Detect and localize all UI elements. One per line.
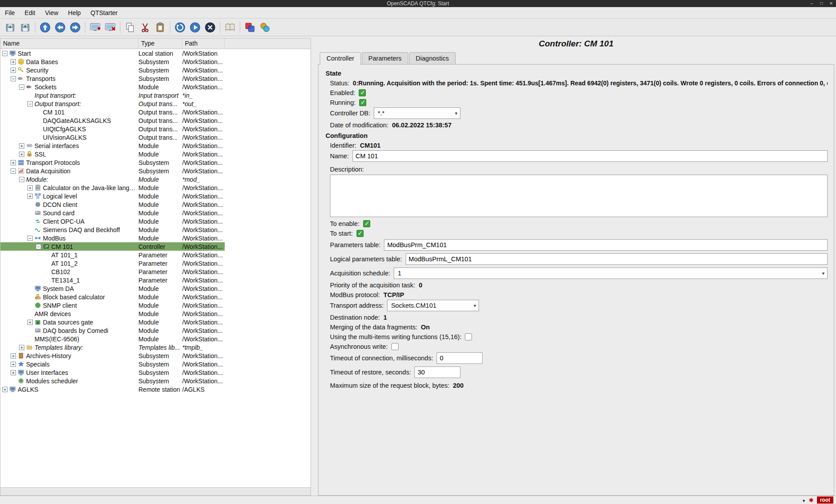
refresh-page-button[interactable] (173, 20, 188, 35)
delete-item-button[interactable] (103, 20, 118, 35)
collapse-icon[interactable]: − (27, 236, 33, 241)
up-page-button[interactable] (38, 20, 53, 35)
tree-row-modules-scheduler[interactable]: Modules schedulerSubsystem/WorkStation..… (0, 377, 225, 385)
menu-qtstarter[interactable]: QTStarter (86, 7, 123, 18)
logical-parameters-table-input[interactable] (406, 253, 828, 265)
expand-icon[interactable]: + (11, 160, 16, 165)
tree-row-data-sources-gate[interactable]: +Data sources gateModule/WorkStation... (0, 318, 225, 326)
description-textarea[interactable] (330, 175, 828, 217)
tree-row-input-transport[interactable]: Input transport:Input transport*in_ (0, 91, 225, 99)
tree-row-specials[interactable]: +SpecialsSubsystem/WorkStation... (0, 360, 225, 368)
tree-row-user-interfaces[interactable]: +User InterfacesSubsystem/WorkStation... (0, 368, 225, 377)
tree-row-security[interactable]: +SecuritySubsystem/WorkStation... (0, 66, 225, 74)
cut-item-button[interactable] (138, 20, 153, 35)
tree-row-uivisionaglks[interactable]: UIVisionAGLKSOutput trans.../WorkStation… (0, 133, 225, 141)
acquisition-schedule-combobox[interactable]: 1 (394, 267, 828, 279)
name-input[interactable] (353, 150, 828, 162)
expand-icon[interactable]: + (11, 353, 16, 359)
tree-column-path[interactable]: Path (182, 38, 225, 49)
start-updating-button[interactable] (188, 20, 203, 35)
collapse-icon[interactable]: − (11, 168, 16, 174)
tree-row-archives-history[interactable]: +Archives-HistorySubsystem/WorkStation..… (0, 351, 225, 360)
tree-row-amr-devices[interactable]: AMR devicesModule/WorkStation... (0, 309, 225, 318)
collapse-icon[interactable]: − (2, 51, 8, 56)
statusbar-dropdown-icon[interactable] (802, 496, 806, 504)
parameters-table-input[interactable] (384, 239, 828, 251)
tree-row-module[interactable]: −Module:Module*mod_ (0, 175, 225, 183)
expand-icon[interactable]: + (27, 185, 33, 191)
tree-row-data-acquisition[interactable]: −Data AcquisitionSubsystem/WorkStation..… (0, 167, 225, 175)
next-page-button[interactable] (68, 20, 83, 35)
add-item-button[interactable] (88, 20, 103, 35)
expand-icon[interactable]: + (19, 345, 24, 350)
tree-row-block-based-calculator[interactable]: Block based calculatorModule/WorkStation… (0, 293, 225, 301)
expand-icon[interactable]: + (19, 143, 24, 149)
controller-db-select[interactable]: *.* (374, 107, 460, 119)
collapse-icon[interactable]: − (27, 101, 33, 107)
menu-view[interactable]: View (40, 7, 63, 18)
maximize-button[interactable]: □ (817, 0, 826, 7)
expand-icon[interactable]: + (11, 370, 16, 375)
tree-row-uiqtcfgaglks[interactable]: UIQtCfgAGLKSOutput trans.../WorkStation.… (0, 125, 225, 133)
tree-row-start[interactable]: −StartLocal station/WorkStation (0, 49, 225, 57)
tree-row-serial-interfaces[interactable]: +Serial interfacesModule/WorkStation... (0, 141, 225, 150)
tree-row-system-da[interactable]: System DAModule/WorkStation... (0, 284, 225, 293)
tree-row-templates-library[interactable]: +Templates library:Templates lib...*tmpl… (0, 343, 225, 351)
tree-row-siemens-daq-and-beckhoff[interactable]: Siemens DAQ and BeckhoffModule/WorkStati… (0, 225, 225, 234)
tree-row-calculator-on-the-java-like-language[interactable]: +Calculator on the Java-like languageMod… (0, 183, 225, 192)
expand-icon[interactable]: + (19, 152, 24, 157)
to-start-checkbox[interactable] (357, 230, 364, 237)
expand-icon[interactable]: + (2, 387, 8, 392)
tree-row-te1314-1[interactable]: TE1314_1Parameter/WorkStation... (0, 276, 225, 284)
menu-help[interactable]: Help (63, 7, 86, 18)
expand-icon[interactable]: + (11, 68, 16, 73)
tree-row-aglks[interactable]: +AGLKSRemote station/AGLKS (0, 385, 225, 393)
tree-row-at-101-1[interactable]: AT 101_1Parameter/WorkStation... (0, 251, 225, 259)
tree-row-ssl[interactable]: +SSLModule/WorkStation... (0, 150, 225, 158)
tree-row-snmp-client[interactable]: SNMP clientModule/WorkStation... (0, 301, 225, 309)
multi-write-checkbox[interactable] (465, 333, 472, 340)
collapse-icon[interactable]: − (19, 84, 24, 90)
load-item-from-db-button[interactable] (3, 20, 18, 35)
to-enable-checkbox[interactable] (363, 220, 370, 227)
collapse-icon[interactable]: − (19, 177, 24, 182)
tree-column-type[interactable]: Type (138, 38, 182, 49)
tree-row-mms-iec-9506[interactable]: MMS(IEC-9506)Module/WorkStation... (0, 335, 225, 343)
tree-row-at-101-2[interactable]: AT 101_2Parameter/WorkStation... (0, 259, 225, 267)
manual-button[interactable] (222, 20, 238, 35)
tree-row-sockets[interactable]: −SocketsModule/WorkStation... (0, 83, 225, 91)
save-item-to-db-button[interactable] (18, 20, 33, 35)
timeout-connection-input[interactable] (437, 352, 483, 364)
tree-row-cm-101[interactable]: −CM 101Controller/WorkStation... (0, 242, 225, 251)
tree-row-transports[interactable]: −TransportsSubsystem/WorkStation... (0, 74, 225, 83)
tree-row-cb102[interactable]: CB102Parameter/WorkStation... (0, 267, 225, 276)
timeout-restore-input[interactable] (414, 367, 460, 378)
running-checkbox[interactable] (359, 99, 366, 106)
minimize-button[interactable]: – (807, 0, 817, 7)
paste-item-button[interactable] (153, 20, 168, 35)
panel-splitter[interactable] (311, 38, 318, 496)
title-bar[interactable]: OpenSCADA QTCfg: Start – □ ✕ (0, 0, 836, 7)
tree-row-sound-card[interactable]: Sound cardModule/WorkStation... (0, 209, 225, 217)
qtstarter-window-1-button[interactable] (242, 20, 257, 35)
qtstarter-window-2-button[interactable] (257, 20, 272, 35)
expand-icon[interactable]: + (11, 59, 16, 65)
enabled-checkbox[interactable] (359, 89, 366, 96)
expand-icon[interactable]: + (11, 362, 16, 367)
tree-horizontal-scrollbar[interactable] (0, 487, 311, 495)
transport-address-select[interactable]: Sockets.CM101 (387, 300, 479, 311)
tree-row-cm-101[interactable]: CM 101Output trans.../WorkStation... (0, 108, 225, 116)
tree-row-modbus[interactable]: −ModBusModule/WorkStation... (0, 234, 225, 242)
stop-updating-button[interactable] (203, 20, 218, 35)
expand-icon[interactable]: + (27, 194, 33, 199)
async-write-checkbox[interactable] (391, 343, 399, 350)
menu-file[interactable]: File (0, 7, 20, 18)
tree-row-output-transport[interactable]: −Output transport:Output trans...*out_ (0, 99, 225, 108)
tab-controller[interactable]: Controller (320, 52, 361, 65)
copy-item-button[interactable] (123, 20, 138, 35)
tree-row-daqgateaglksaglks[interactable]: DAQGateAGLKSAGLKSOutput trans.../WorkSta… (0, 116, 225, 125)
close-button[interactable]: ✕ (826, 0, 836, 7)
menu-edit[interactable]: Edit (20, 7, 40, 18)
tree-row-transport-protocols[interactable]: +Transport ProtocolsSubsystem/WorkStatio… (0, 158, 225, 167)
expand-icon[interactable]: + (27, 320, 33, 325)
